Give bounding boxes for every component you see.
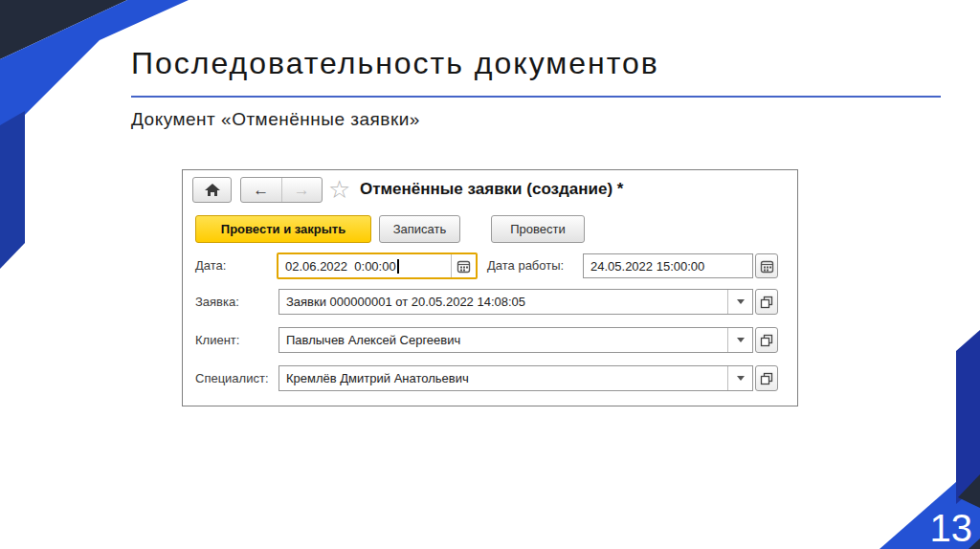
text-caret xyxy=(397,259,399,274)
choose-from-list-icon xyxy=(760,296,773,309)
chevron-down-icon xyxy=(737,338,745,342)
slide-subtitle: Документ «Отменённые заявки» xyxy=(131,109,420,130)
choose-from-list-icon xyxy=(760,372,773,385)
home-icon xyxy=(205,184,220,197)
calendar-icon xyxy=(457,259,471,274)
chevron-down-icon xyxy=(737,376,745,381)
specialist-input[interactable]: Кремлёв Дмитрий Анатольевич xyxy=(278,365,753,391)
chevron-down-icon xyxy=(737,299,745,304)
specialist-input-value: Кремлёв Дмитрий Анатольевич xyxy=(279,366,727,390)
client-input[interactable]: Павлычев Алексей Сергеевич xyxy=(278,327,753,353)
history-nav-buttons: ← → xyxy=(240,177,323,203)
date-input[interactable]: 02.06.2022 0:00:00 xyxy=(277,253,478,279)
favorite-star-icon[interactable]: ☆ xyxy=(328,176,350,203)
request-input-value: Заявки 000000001 от 20.05.2022 14:08:05 xyxy=(279,290,727,314)
window-title: Отменённые заявки (создание) * xyxy=(360,180,623,199)
client-input-value: Павлычев Алексей Сергеевич xyxy=(279,328,727,352)
client-dropdown-button[interactable] xyxy=(727,328,752,352)
request-input[interactable]: Заявки 000000001 от 20.05.2022 14:08:05 xyxy=(278,289,753,315)
specialist-dropdown-button[interactable] xyxy=(727,366,752,390)
request-choose-button[interactable] xyxy=(755,289,778,315)
document-form-window: ← → ☆ Отменённые заявки (создание) * Про… xyxy=(182,169,798,406)
specialist-field-label: Специалист: xyxy=(195,371,269,385)
write-button[interactable]: Записать xyxy=(379,215,460,243)
home-button[interactable] xyxy=(192,177,232,203)
back-arrow-icon: ← xyxy=(253,181,269,199)
back-button[interactable]: ← xyxy=(241,178,281,202)
request-field-label: Заявка: xyxy=(195,295,239,309)
date-calendar-cell[interactable] xyxy=(451,254,476,277)
calendar-icon xyxy=(760,259,774,274)
date-input-value: 02.06.2022 0:00:00 xyxy=(285,259,396,274)
slide-page-number: 13 xyxy=(930,507,973,549)
title-underline xyxy=(131,96,941,98)
page-title: Последовательность документов xyxy=(131,46,659,81)
forward-arrow-icon: → xyxy=(294,181,310,199)
work-date-field-label: Дата работы: xyxy=(487,258,564,273)
date-field-label: Дата: xyxy=(195,258,226,273)
post-and-close-button[interactable]: Провести и закрыть xyxy=(195,215,371,243)
specialist-choose-button[interactable] xyxy=(755,365,778,391)
forward-button[interactable]: → xyxy=(281,178,323,202)
work-date-input-value: 24.05.2022 15:00:00 xyxy=(584,254,752,277)
client-choose-button[interactable] xyxy=(755,327,778,353)
client-field-label: Клиент: xyxy=(195,333,239,347)
work-date-calendar-button[interactable] xyxy=(755,253,778,278)
request-dropdown-button[interactable] xyxy=(727,290,752,314)
work-date-input[interactable]: 24.05.2022 15:00:00 xyxy=(583,253,753,278)
presentation-slide: Последовательность документов Документ «… xyxy=(0,0,980,549)
post-button[interactable]: Провести xyxy=(491,215,585,243)
choose-from-list-icon xyxy=(760,334,773,347)
